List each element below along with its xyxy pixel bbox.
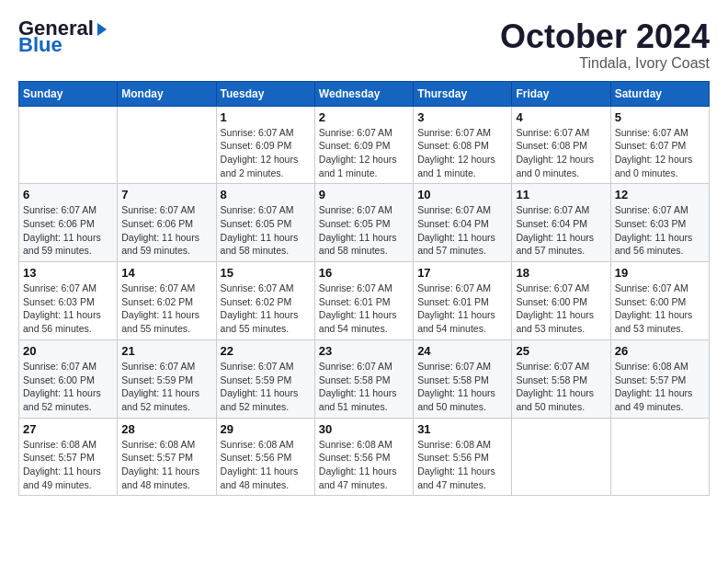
title-area: October 2024 Tindala, Ivory Coast — [500, 18, 710, 72]
calendar-cell: 2Sunrise: 6:07 AMSunset: 6:09 PMDaylight… — [314, 106, 413, 184]
calendar-cell: 16Sunrise: 6:07 AMSunset: 6:01 PMDayligh… — [314, 262, 413, 340]
day-info: Sunrise: 6:07 AMSunset: 6:00 PMDaylight:… — [23, 360, 113, 414]
calendar-cell: 28Sunrise: 6:08 AMSunset: 5:57 PMDayligh… — [118, 418, 216, 496]
day-info: Sunrise: 6:07 AMSunset: 6:06 PMDaylight:… — [121, 203, 211, 258]
day-number: 24 — [417, 344, 507, 358]
day-info: Sunrise: 6:07 AMSunset: 6:09 PMDaylight:… — [221, 126, 311, 180]
day-info: Sunrise: 6:07 AMSunset: 6:02 PMDaylight:… — [221, 282, 311, 336]
day-info: Sunrise: 6:07 AMSunset: 6:04 PMDaylight:… — [516, 203, 606, 258]
day-info: Sunrise: 6:07 AMSunset: 6:02 PMDaylight:… — [121, 282, 211, 336]
calendar-cell: 9Sunrise: 6:07 AMSunset: 6:05 PMDaylight… — [314, 184, 413, 262]
day-number: 1 — [221, 110, 311, 124]
day-number: 4 — [516, 110, 606, 124]
day-info: Sunrise: 6:07 AMSunset: 6:06 PMDaylight:… — [23, 203, 113, 258]
week-row-3: 13Sunrise: 6:07 AMSunset: 6:03 PMDayligh… — [19, 262, 710, 340]
day-number: 3 — [417, 110, 507, 124]
day-number: 21 — [121, 344, 211, 358]
weekday-header-sunday: Sunday — [19, 81, 118, 106]
week-row-5: 27Sunrise: 6:08 AMSunset: 5:57 PMDayligh… — [19, 418, 710, 496]
day-number: 17 — [417, 266, 507, 280]
day-info: Sunrise: 6:07 AMSunset: 5:59 PMDaylight:… — [121, 360, 211, 414]
logo-arrow-icon — [97, 23, 107, 36]
day-number: 8 — [221, 188, 311, 201]
day-number: 25 — [516, 344, 606, 358]
day-info: Sunrise: 6:08 AMSunset: 5:57 PMDaylight:… — [23, 438, 113, 492]
weekday-header-tuesday: Tuesday — [216, 81, 314, 106]
page-header: General Blue October 2024 Tindala, Ivory… — [18, 18, 710, 72]
day-info: Sunrise: 6:07 AMSunset: 5:58 PMDaylight:… — [319, 360, 409, 414]
day-number: 6 — [23, 188, 113, 201]
day-number: 14 — [121, 266, 211, 280]
calendar-cell: 30Sunrise: 6:08 AMSunset: 5:56 PMDayligh… — [314, 418, 413, 496]
day-info: Sunrise: 6:08 AMSunset: 5:57 PMDaylight:… — [121, 438, 211, 492]
calendar-cell: 17Sunrise: 6:07 AMSunset: 6:01 PMDayligh… — [414, 262, 512, 340]
calendar-cell: 18Sunrise: 6:07 AMSunset: 6:00 PMDayligh… — [512, 262, 610, 340]
day-number: 18 — [516, 266, 606, 280]
day-info: Sunrise: 6:07 AMSunset: 6:08 PMDaylight:… — [516, 126, 606, 180]
day-info: Sunrise: 6:07 AMSunset: 6:01 PMDaylight:… — [319, 282, 409, 336]
day-number: 7 — [121, 188, 211, 201]
day-info: Sunrise: 6:07 AMSunset: 6:03 PMDaylight:… — [23, 282, 113, 336]
day-info: Sunrise: 6:08 AMSunset: 5:57 PMDaylight:… — [615, 360, 705, 414]
week-row-2: 6Sunrise: 6:07 AMSunset: 6:06 PMDaylight… — [19, 184, 710, 262]
day-number: 10 — [417, 188, 507, 201]
day-number: 16 — [319, 266, 409, 280]
day-number: 11 — [516, 188, 606, 201]
day-info: Sunrise: 6:07 AMSunset: 6:01 PMDaylight:… — [417, 282, 507, 336]
day-number: 19 — [615, 266, 705, 280]
calendar-cell: 25Sunrise: 6:07 AMSunset: 5:58 PMDayligh… — [512, 339, 610, 418]
weekday-header-monday: Monday — [118, 81, 216, 106]
weekday-header-thursday: Thursday — [414, 81, 512, 106]
calendar-cell: 6Sunrise: 6:07 AMSunset: 6:06 PMDaylight… — [19, 184, 118, 262]
calendar-cell: 8Sunrise: 6:07 AMSunset: 6:05 PMDaylight… — [216, 184, 314, 262]
calendar-cell: 24Sunrise: 6:07 AMSunset: 5:58 PMDayligh… — [414, 339, 512, 418]
calendar-cell: 31Sunrise: 6:08 AMSunset: 5:56 PMDayligh… — [414, 418, 512, 496]
calendar-cell: 29Sunrise: 6:08 AMSunset: 5:56 PMDayligh… — [216, 418, 314, 496]
day-info: Sunrise: 6:07 AMSunset: 5:59 PMDaylight:… — [221, 360, 311, 414]
day-number: 27 — [23, 422, 113, 436]
day-number: 30 — [319, 422, 409, 436]
day-number: 31 — [417, 422, 507, 436]
logo: General Blue — [18, 18, 107, 55]
day-number: 29 — [221, 422, 311, 436]
calendar-cell: 11Sunrise: 6:07 AMSunset: 6:04 PMDayligh… — [512, 184, 610, 262]
day-info: Sunrise: 6:07 AMSunset: 6:07 PMDaylight:… — [615, 126, 705, 180]
location: Tindala, Ivory Coast — [500, 55, 710, 72]
day-number: 5 — [615, 110, 705, 124]
calendar-cell: 5Sunrise: 6:07 AMSunset: 6:07 PMDaylight… — [610, 106, 709, 184]
day-info: Sunrise: 6:07 AMSunset: 6:00 PMDaylight:… — [615, 282, 705, 336]
calendar-cell — [610, 418, 709, 496]
calendar-cell: 20Sunrise: 6:07 AMSunset: 6:00 PMDayligh… — [19, 339, 118, 418]
day-info: Sunrise: 6:07 AMSunset: 6:08 PMDaylight:… — [417, 126, 507, 180]
day-info: Sunrise: 6:07 AMSunset: 6:09 PMDaylight:… — [319, 126, 409, 180]
calendar-cell: 7Sunrise: 6:07 AMSunset: 6:06 PMDaylight… — [118, 184, 216, 262]
calendar-cell: 13Sunrise: 6:07 AMSunset: 6:03 PMDayligh… — [19, 262, 118, 340]
day-info: Sunrise: 6:07 AMSunset: 6:00 PMDaylight:… — [516, 282, 606, 336]
day-number: 2 — [319, 110, 409, 124]
calendar-cell: 4Sunrise: 6:07 AMSunset: 6:08 PMDaylight… — [512, 106, 610, 184]
calendar-cell: 27Sunrise: 6:08 AMSunset: 5:57 PMDayligh… — [19, 418, 118, 496]
day-info: Sunrise: 6:08 AMSunset: 5:56 PMDaylight:… — [319, 438, 409, 492]
calendar-cell: 12Sunrise: 6:07 AMSunset: 6:03 PMDayligh… — [610, 184, 709, 262]
week-row-1: 1Sunrise: 6:07 AMSunset: 6:09 PMDaylight… — [19, 106, 710, 184]
day-info: Sunrise: 6:08 AMSunset: 5:56 PMDaylight:… — [221, 438, 311, 492]
calendar-cell: 22Sunrise: 6:07 AMSunset: 5:59 PMDayligh… — [216, 339, 314, 418]
day-info: Sunrise: 6:07 AMSunset: 6:03 PMDaylight:… — [615, 203, 705, 258]
day-number: 28 — [121, 422, 211, 436]
calendar-cell: 21Sunrise: 6:07 AMSunset: 5:59 PMDayligh… — [118, 339, 216, 418]
day-number: 9 — [319, 188, 409, 201]
day-number: 13 — [23, 266, 113, 280]
day-number: 22 — [221, 344, 311, 358]
calendar-cell: 26Sunrise: 6:08 AMSunset: 5:57 PMDayligh… — [610, 339, 709, 418]
weekday-header-friday: Friday — [512, 81, 610, 106]
week-row-4: 20Sunrise: 6:07 AMSunset: 6:00 PMDayligh… — [19, 339, 710, 418]
month-title: October 2024 — [500, 18, 710, 55]
calendar-cell: 1Sunrise: 6:07 AMSunset: 6:09 PMDaylight… — [216, 106, 314, 184]
calendar-cell: 19Sunrise: 6:07 AMSunset: 6:00 PMDayligh… — [610, 262, 709, 340]
day-number: 26 — [615, 344, 705, 358]
day-number: 23 — [319, 344, 409, 358]
day-number: 15 — [221, 266, 311, 280]
day-number: 20 — [23, 344, 113, 358]
day-info: Sunrise: 6:07 AMSunset: 6:04 PMDaylight:… — [417, 203, 507, 258]
day-number: 12 — [615, 188, 705, 201]
